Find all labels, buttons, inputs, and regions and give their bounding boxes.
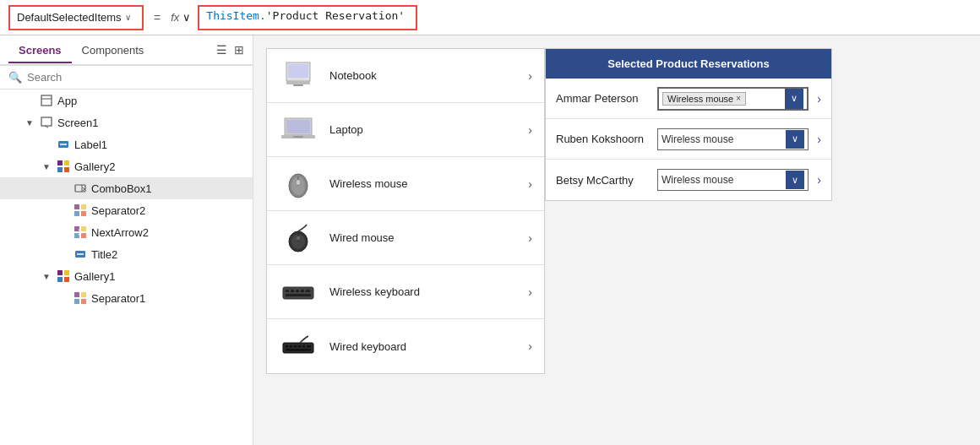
svg-rect-48: [283, 287, 313, 299]
gallery-item-label-laptop: Laptop: [329, 123, 516, 136]
combo-area-ruben: Wireless mouse ∨: [657, 128, 808, 150]
gallery-item-laptop[interactable]: Laptop ›: [267, 103, 544, 157]
svg-rect-50: [291, 290, 294, 292]
property-label: DefaultSelectedItems: [17, 11, 122, 24]
svg-rect-54: [286, 294, 311, 296]
right-panel-title: Selected Product Reservations: [607, 57, 769, 70]
combo-tag-text-ammar: Wireless mouse: [667, 94, 733, 104]
combo-tag-remove-ammar[interactable]: ×: [736, 94, 741, 103]
svg-rect-34: [286, 81, 310, 84]
tab-components[interactable]: Components: [72, 39, 155, 63]
search-input[interactable]: [27, 71, 244, 84]
svg-rect-39: [293, 136, 303, 138]
gallery-item-wired-keyboard[interactable]: Wired keyboard ›: [267, 319, 544, 373]
screen-icon: [39, 117, 54, 128]
tree-arrow-screen1[interactable]: ▼: [25, 118, 35, 128]
right-row-arrow-ammar[interactable]: ›: [817, 92, 821, 106]
gallery-list: Notebook › Laptop ›: [266, 48, 545, 374]
svg-rect-20: [81, 233, 86, 238]
svg-rect-61: [307, 345, 311, 348]
combo-dropdown-btn-ruben[interactable]: ∨: [786, 130, 804, 149]
svg-rect-0: [41, 95, 52, 106]
tree-arrow-gallery2[interactable]: ▼: [42, 162, 52, 171]
nextarrow2-icon: [73, 226, 88, 238]
canvas-area: Notebook › Laptop ›: [253, 35, 980, 445]
right-panel-row-ammar: Ammar Peterson Wireless mouse × ∨ ›: [546, 79, 831, 119]
gallery-item-arrow-laptop: ›: [528, 123, 532, 137]
combo-dropdown-btn-ammar[interactable]: ∨: [785, 89, 803, 109]
tree-label-separator1: Separator1: [91, 292, 244, 305]
combo-box-text-ruben: Wireless mouse: [662, 133, 786, 145]
svg-rect-33: [288, 64, 308, 78]
tree-item-label1[interactable]: Label1: [0, 133, 253, 155]
svg-rect-57: [290, 345, 292, 348]
svg-rect-58: [294, 345, 297, 348]
right-panel-row-betsy: Betsy McCarthy Wireless mouse ∨ ›: [546, 160, 831, 200]
right-row-arrow-betsy[interactable]: ›: [817, 173, 821, 187]
tree-label-combobox1: ComboBox1: [91, 182, 244, 195]
person-name-betsy: Betsy McCarthy: [556, 174, 649, 187]
sidebar-tab-icons: ☰ ⊞: [216, 43, 244, 57]
combo-area-betsy: Wireless mouse ∨: [657, 169, 808, 191]
right-row-arrow-ruben[interactable]: ›: [817, 133, 821, 146]
tree-label-app: App: [57, 95, 244, 107]
combo-box-ruben[interactable]: Wireless mouse ∨: [657, 128, 808, 150]
tree-item-screen1[interactable]: ▼ Screen1: [0, 111, 253, 133]
svg-rect-19: [74, 233, 79, 238]
svg-rect-13: [81, 204, 86, 209]
tree-item-title2[interactable]: Title2: [0, 243, 253, 265]
svg-rect-62: [286, 349, 311, 351]
title2-icon: [73, 248, 88, 260]
gallery1-icon: [56, 270, 71, 282]
tree-item-separator2[interactable]: Separator2: [0, 199, 253, 221]
svg-rect-52: [301, 290, 304, 292]
tree-label-screen1: Screen1: [57, 117, 244, 129]
gallery-item-label-wireless-mouse: Wireless mouse: [329, 177, 516, 190]
svg-rect-17: [74, 226, 79, 231]
tree-label-gallery2: Gallery2: [74, 160, 244, 173]
grid-icon[interactable]: ⊞: [234, 43, 244, 57]
combo-box-betsy[interactable]: Wireless mouse ∨: [657, 169, 808, 191]
gallery2-icon: [56, 160, 71, 172]
property-select[interactable]: DefaultSelectedItems ∨: [8, 5, 144, 30]
tree-item-gallery1[interactable]: ▼ Gallery1: [0, 265, 253, 287]
tree-item-separator1[interactable]: Separator1: [0, 287, 253, 309]
svg-rect-25: [57, 277, 63, 282]
gallery-item-arrow-wired-mouse: ›: [528, 231, 532, 245]
wired-keyboard-icon: [279, 329, 318, 363]
right-panel-header: Selected Product Reservations: [546, 49, 831, 79]
tree-item-combobox1[interactable]: ComboBox1: [0, 177, 253, 199]
svg-rect-12: [74, 204, 79, 209]
formula-input[interactable]: ThisItem.'Product Reservation': [198, 5, 417, 30]
list-icon[interactable]: ☰: [216, 43, 227, 57]
svg-rect-26: [64, 277, 69, 282]
tree-item-nextarrow2[interactable]: NextArrow2: [0, 221, 253, 243]
gallery-item-wired-mouse[interactable]: Wired mouse ›: [267, 211, 544, 265]
tree-arrow-gallery1[interactable]: ▼: [42, 272, 52, 281]
gallery-item-label-wireless-keyboard: Wireless keyboard: [329, 285, 516, 298]
tree-label-label1: Label1: [74, 138, 244, 151]
combo-tag-ammar: Wireless mouse ×: [662, 92, 746, 106]
combo-dropdown-btn-betsy[interactable]: ∨: [786, 171, 804, 189]
combo-expanded-ammar[interactable]: Wireless mouse × ∨: [657, 87, 808, 111]
notebook-icon: [279, 59, 318, 93]
svg-rect-2: [41, 117, 52, 126]
tree-list: App ▼ Screen1 Label1: [0, 90, 253, 445]
svg-rect-49: [286, 290, 289, 292]
gallery-item-wireless-mouse[interactable]: Wireless mouse ›: [267, 157, 544, 211]
formula-bar: DefaultSelectedItems ∨ = fx ∨ ThisItem.'…: [0, 0, 980, 35]
svg-point-43: [297, 180, 300, 185]
svg-point-47: [297, 236, 300, 240]
svg-rect-27: [74, 292, 79, 297]
wireless-keyboard-icon: [279, 275, 318, 309]
tab-screens[interactable]: Screens: [8, 39, 72, 63]
tree-label-separator2: Separator2: [91, 204, 244, 217]
gallery-item-notebook[interactable]: Notebook ›: [267, 49, 544, 103]
search-icon: 🔍: [8, 71, 22, 84]
label-icon: [56, 138, 71, 150]
right-panel: Selected Product Reservations Ammar Pete…: [545, 48, 832, 201]
gallery-item-wireless-keyboard[interactable]: Wireless keyboard ›: [267, 265, 544, 319]
tree-item-app[interactable]: App: [0, 90, 253, 111]
tree-item-gallery2[interactable]: ▼ Gallery2: [0, 155, 253, 177]
svg-rect-7: [64, 160, 69, 166]
